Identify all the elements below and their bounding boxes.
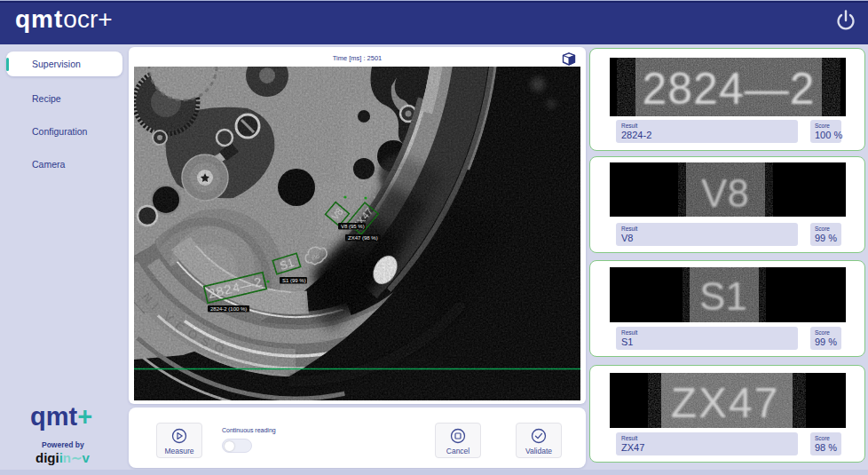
svg-text:ZX47: ZX47 <box>671 379 780 426</box>
svg-text:2824—2: 2824—2 <box>642 64 815 114</box>
svg-text:V8: V8 <box>701 171 749 215</box>
svg-text:S1: S1 <box>699 274 747 318</box>
